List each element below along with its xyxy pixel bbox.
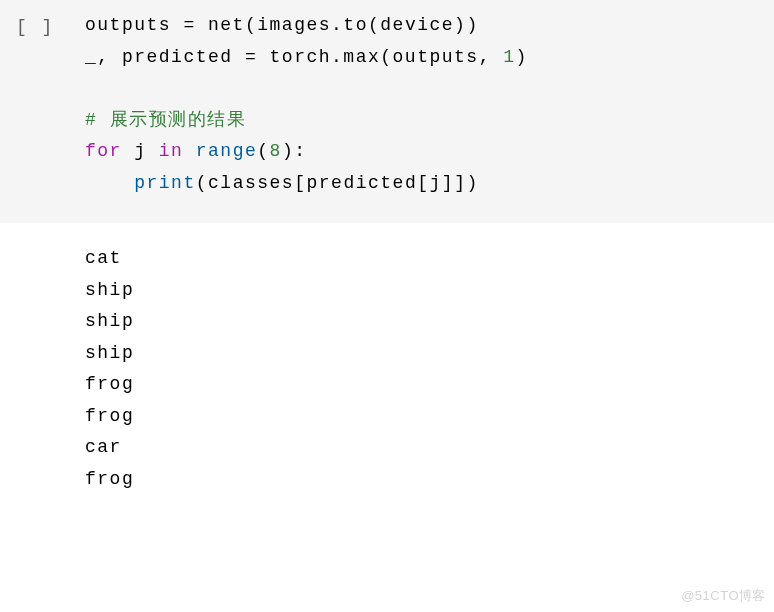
code-token: outputs, [393, 47, 504, 67]
code-token: for [85, 141, 122, 161]
code-token: [ [417, 173, 429, 193]
code-token: 8 [270, 141, 282, 161]
code-token: ) [282, 141, 294, 161]
code-token: _, predicted = torch.max [85, 47, 380, 67]
code-token: range [196, 141, 258, 161]
code-token: : [294, 141, 306, 161]
code-token: in [159, 141, 184, 161]
code-token [183, 141, 195, 161]
code-token: j [122, 141, 159, 161]
code-token: 1 [503, 47, 515, 67]
code-token: ( [368, 15, 380, 35]
code-token: ( [257, 141, 269, 161]
code-token: ( [380, 47, 392, 67]
code-token: classes [208, 173, 294, 193]
code-token: images.to [257, 15, 368, 35]
code-cell: [ ] outputs = net(images.to(device)) _, … [0, 0, 774, 223]
code-editor[interactable]: outputs = net(images.to(device)) _, pred… [85, 10, 774, 199]
watermark: @51CTO博客 [681, 585, 766, 608]
code-token: ( [245, 15, 257, 35]
output-cell: cat ship ship ship frog frog car frog [0, 223, 774, 495]
code-token: j [430, 173, 442, 193]
code-token: device [380, 15, 454, 35]
code-token: ) [516, 47, 528, 67]
code-token: )) [454, 15, 479, 35]
code-token: [ [294, 173, 306, 193]
code-token: ]]) [442, 173, 479, 193]
cell-execution-indicator[interactable]: [ ] [0, 10, 85, 199]
code-token: ( [196, 173, 208, 193]
cell-output: cat ship ship ship frog frog car frog [85, 243, 774, 495]
output-gutter [0, 243, 85, 495]
code-token: outputs = net [85, 15, 245, 35]
code-comment: # 展示预测的结果 [85, 110, 246, 130]
code-token: print [134, 173, 196, 193]
code-token: predicted [306, 173, 417, 193]
